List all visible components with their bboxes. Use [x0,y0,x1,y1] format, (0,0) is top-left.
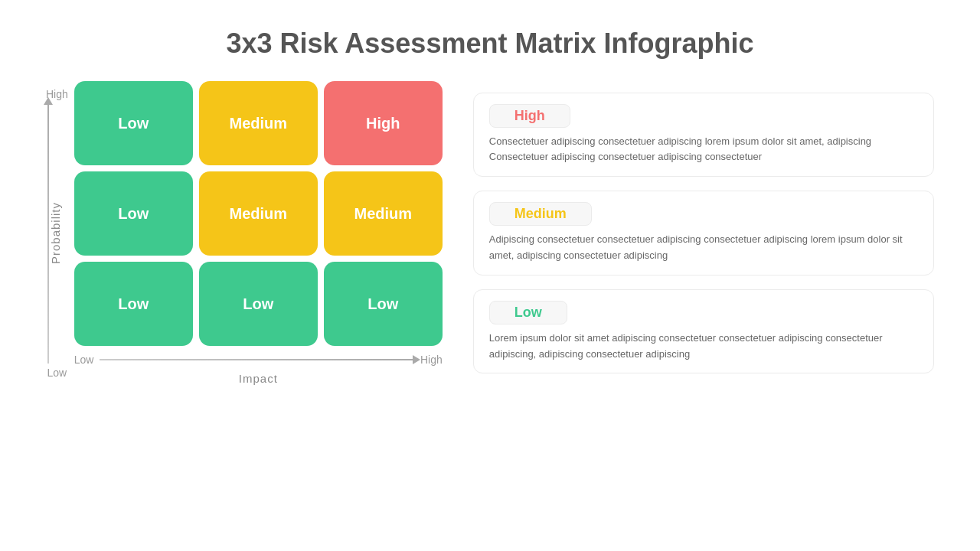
cell-3-2: Low [199,262,318,346]
main-content: High Probability Low Low Medium High [0,81,980,385]
legend-title-low: Low [489,301,567,324]
legend-desc-low: Lorem ipsum dolor sit amet adipiscing co… [489,331,918,363]
y-axis-label: Probability [49,202,62,264]
matrix-with-axes: High Probability Low Low Medium High [46,81,443,385]
x-axis-label: Impact [239,372,278,385]
legend-card-high: High Consectetuer adipiscing consectetue… [473,93,934,178]
page-title: 3x3 Risk Assessment Matrix Infographic [227,28,754,60]
cell-1-3: High [324,81,443,165]
cell-3-3: Low [324,262,443,346]
x-axis-line [100,359,414,360]
cell-1-1: Low [74,81,193,165]
x-axis-low-label: Low [74,354,94,366]
cell-2-2: Medium [199,171,318,256]
matrix-grid: Low Medium High Low Medium Medium Low Lo… [74,81,443,346]
legend-card-low: Low Lorem ipsum dolor sit amet adipiscin… [473,289,934,374]
x-axis-area: Low High Impact [74,354,443,385]
legend-title-row-medium: Medium [489,202,918,226]
cell-2-3: Medium [324,171,443,256]
x-axis-row: Low High [74,354,443,366]
legend-title-medium: Medium [489,202,592,226]
x-axis-high-label: High [420,354,443,366]
cell-2-1: Low [74,171,193,256]
y-axis-container: High Probability Low [46,88,68,379]
legend-title-row-low: Low [489,301,918,324]
legend-desc-medium: Adipiscing consectetuer consectetuer adi… [489,232,918,264]
legend-card-medium: Medium Adipiscing consectetuer consectet… [473,191,934,276]
matrix-area: High Probability Low Low Medium High [46,81,443,385]
matrix-right: Low Medium High Low Medium Medium Low Lo… [74,81,443,385]
cell-3-1: Low [74,262,193,346]
y-axis-low-label: Low [47,367,67,379]
legend-area: High Consectetuer adipiscing consectetue… [473,93,934,374]
cell-1-2: Medium [199,81,318,165]
legend-title-high: High [489,104,570,128]
legend-title-row-high: High [489,104,918,128]
legend-desc-high: Consectetuer adipiscing consectetuer adi… [489,134,918,166]
